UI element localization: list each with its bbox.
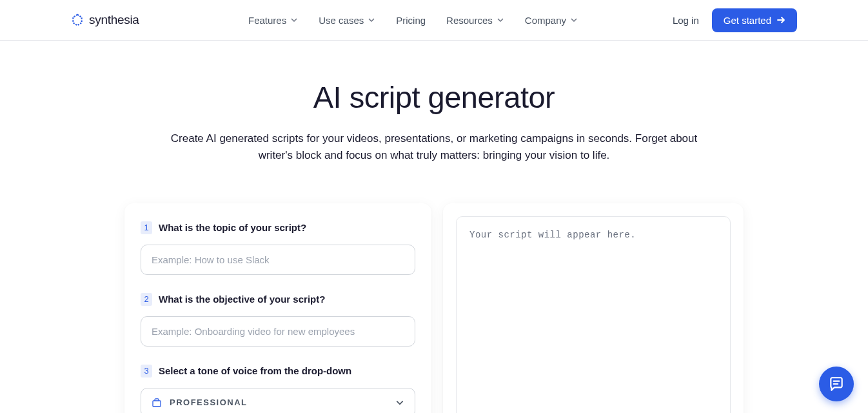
nav-use-cases[interactable]: Use cases	[319, 15, 375, 26]
logo-icon	[71, 14, 84, 26]
page-subtitle: Create AI generated scripts for your vid…	[153, 130, 715, 165]
step2-label: 2 What is the objective of your script?	[141, 293, 415, 306]
step3-label: 3 Select a tone of voice from the drop-d…	[141, 365, 415, 378]
step3-number: 3	[141, 365, 152, 378]
nav-pricing-label: Pricing	[396, 15, 426, 26]
nav-features-label: Features	[248, 15, 286, 26]
chevron-down-icon	[395, 398, 404, 407]
page-title: AI script generator	[0, 79, 868, 115]
get-started-label: Get started	[724, 15, 771, 26]
chat-icon	[828, 376, 845, 392]
output-panel: Your script will appear here.	[443, 203, 744, 413]
chat-button[interactable]	[819, 367, 854, 401]
nav-use-cases-label: Use cases	[319, 15, 364, 26]
chevron-down-icon	[570, 16, 578, 24]
chevron-down-icon	[497, 16, 504, 24]
nav-resources[interactable]: Resources	[446, 15, 504, 26]
objective-input[interactable]	[141, 316, 415, 347]
topic-input[interactable]	[141, 245, 415, 275]
logo-text: synthesia	[89, 13, 139, 27]
input-panel: 1 What is the topic of your script? 2 Wh…	[124, 203, 431, 413]
tone-selected: PROFESSIONAL	[170, 398, 248, 407]
chevron-down-icon	[368, 16, 375, 24]
logo[interactable]: synthesia	[71, 13, 139, 27]
tone-dropdown[interactable]: PROFESSIONAL	[141, 388, 415, 413]
svg-rect-0	[153, 401, 161, 407]
step2-number: 2	[141, 293, 152, 306]
nav-company-label: Company	[525, 15, 566, 26]
step1-text: What is the topic of your script?	[159, 222, 306, 233]
briefcase-icon	[152, 398, 162, 408]
step1-number: 1	[141, 221, 152, 234]
get-started-button[interactable]: Get started	[712, 8, 797, 32]
nav-features[interactable]: Features	[248, 15, 298, 26]
arrow-right-icon	[776, 15, 785, 25]
main-nav: Features Use cases Pricing Resources Com…	[248, 15, 578, 26]
nav-company[interactable]: Company	[525, 15, 578, 26]
step1-label: 1 What is the topic of your script?	[141, 221, 415, 234]
script-output: Your script will appear here.	[456, 216, 731, 413]
chevron-down-icon	[290, 16, 298, 24]
step3-text: Select a tone of voice from the drop-dow…	[159, 365, 351, 376]
nav-resources-label: Resources	[446, 15, 493, 26]
step2-text: What is the objective of your script?	[159, 294, 325, 305]
nav-pricing[interactable]: Pricing	[396, 15, 426, 26]
login-link[interactable]: Log in	[673, 15, 699, 26]
